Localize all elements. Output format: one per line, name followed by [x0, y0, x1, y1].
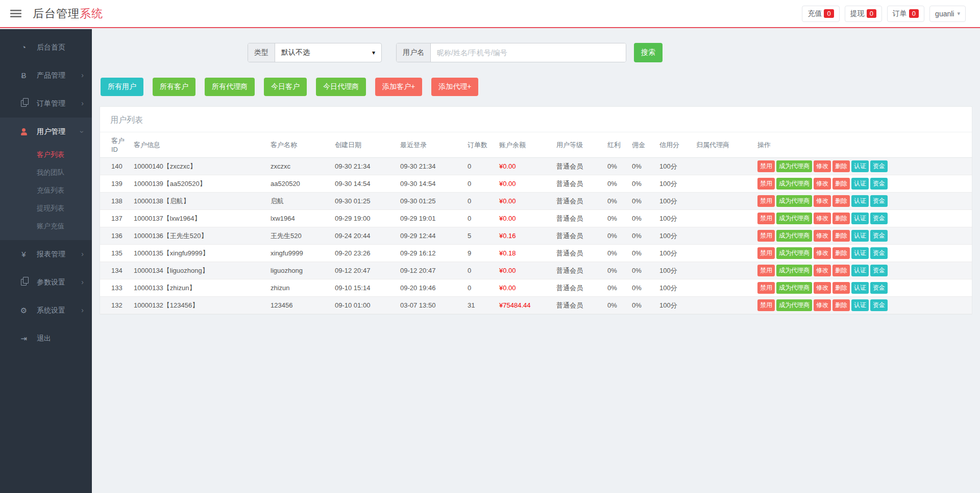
dashboard-icon: ◔	[19, 43, 28, 52]
action-funds-button[interactable]: 资金	[870, 178, 888, 190]
action-verify-button[interactable]: 认证	[851, 265, 869, 276]
action-make-agent-button[interactable]: 成为代理商	[776, 247, 812, 259]
action-delete-button[interactable]: 删除	[832, 282, 850, 294]
action-disable-button[interactable]: 禁用	[757, 265, 775, 276]
sidebar-item-reports[interactable]: ¥报表管理›	[0, 240, 92, 268]
action-make-agent-button[interactable]: 成为代理商	[776, 299, 812, 311]
cell-credit: 100分	[656, 210, 693, 227]
action-funds-button[interactable]: 资金	[870, 265, 888, 276]
filter-button-all-customers[interactable]: 所有客户	[153, 78, 195, 96]
header-withdraw-button[interactable]: 提现0	[845, 6, 882, 22]
action-disable-button[interactable]: 禁用	[757, 160, 775, 172]
header-recharge-button[interactable]: 充值0	[802, 6, 839, 22]
action-delete-button[interactable]: 删除	[832, 160, 850, 172]
action-funds-button[interactable]: 资金	[870, 282, 888, 294]
filter-button-add-agent[interactable]: 添加代理+	[431, 78, 478, 96]
filter-button-today-agents[interactable]: 今日代理商	[316, 78, 366, 96]
action-make-agent-button[interactable]: 成为代理商	[776, 230, 812, 242]
action-delete-button[interactable]: 删除	[832, 230, 850, 242]
table-row: 13210000132【123456】12345609-10 01:0003-0…	[100, 297, 972, 314]
action-delete-button[interactable]: 删除	[832, 195, 850, 207]
cell-bonus: 0%	[604, 245, 629, 262]
action-disable-button[interactable]: 禁用	[757, 213, 775, 224]
username-input[interactable]	[431, 43, 626, 62]
action-funds-button[interactable]: 资金	[870, 230, 888, 242]
action-edit-button[interactable]: 修改	[814, 265, 831, 276]
cell-id: 137	[100, 210, 131, 227]
table-row: 13910000139【aa520520】aa52052009-30 14:54…	[100, 175, 972, 193]
action-delete-button[interactable]: 删除	[832, 213, 850, 224]
action-make-agent-button[interactable]: 成为代理商	[776, 160, 812, 172]
hamburger-menu-icon[interactable]	[10, 8, 21, 19]
chevron-right-icon: ›	[81, 71, 84, 79]
files-icon-shape	[21, 279, 27, 286]
filter-button-all-users[interactable]: 所有用户	[101, 78, 143, 96]
sidebar-item-label: 系统设置	[37, 306, 65, 315]
action-make-agent-button[interactable]: 成为代理商	[776, 195, 812, 207]
sidebar-item-params[interactable]: 参数设置›	[0, 268, 92, 296]
sidebar-item-home[interactable]: ◔后台首页	[0, 33, 92, 61]
action-verify-button[interactable]: 认证	[851, 213, 869, 224]
action-verify-button[interactable]: 认证	[851, 247, 869, 259]
action-verify-button[interactable]: 认证	[851, 195, 869, 207]
action-funds-button[interactable]: 资金	[870, 247, 888, 259]
user-menu-button[interactable]: guanli ▾	[929, 6, 966, 22]
action-disable-button[interactable]: 禁用	[757, 178, 775, 190]
action-delete-button[interactable]: 删除	[832, 247, 850, 259]
action-disable-button[interactable]: 禁用	[757, 282, 775, 294]
action-edit-button[interactable]: 修改	[814, 230, 831, 242]
sidebar-subitem-my-team[interactable]: 我的团队	[0, 163, 92, 181]
action-edit-button[interactable]: 修改	[814, 282, 831, 294]
search-button[interactable]: 搜索	[634, 43, 663, 62]
action-funds-button[interactable]: 资金	[870, 160, 888, 172]
sidebar-item-users[interactable]: 用户管理›	[0, 118, 92, 146]
cell-created: 09-12 20:47	[332, 262, 397, 279]
action-verify-button[interactable]: 认证	[851, 160, 869, 172]
action-disable-button[interactable]: 禁用	[757, 247, 775, 259]
action-edit-button[interactable]: 修改	[814, 195, 831, 207]
action-delete-button[interactable]: 删除	[832, 178, 850, 190]
cell-level: 普通会员	[553, 297, 604, 314]
action-make-agent-button[interactable]: 成为代理商	[776, 178, 812, 190]
action-delete-button[interactable]: 删除	[832, 299, 850, 311]
sidebar-subitem-withdraw-list[interactable]: 提现列表	[0, 199, 92, 217]
cell-name: 启航	[267, 193, 332, 210]
action-verify-button[interactable]: 认证	[851, 282, 869, 294]
action-edit-button[interactable]: 修改	[814, 299, 831, 311]
action-make-agent-button[interactable]: 成为代理商	[776, 265, 812, 276]
column-header: 用户等级	[553, 132, 604, 158]
action-funds-button[interactable]: 资金	[870, 213, 888, 224]
header-orders-button[interactable]: 订单0	[887, 6, 924, 22]
action-disable-button[interactable]: 禁用	[757, 230, 775, 242]
sidebar-item-products[interactable]: Ƀ产品管理›	[0, 61, 92, 89]
header-orders-badge: 0	[909, 9, 919, 18]
sidebar-subitem-customer-list[interactable]: 客户列表	[0, 146, 92, 163]
action-disable-button[interactable]: 禁用	[757, 195, 775, 207]
action-edit-button[interactable]: 修改	[814, 213, 831, 224]
action-edit-button[interactable]: 修改	[814, 160, 831, 172]
sidebar-subitem-recharge-list[interactable]: 充值列表	[0, 181, 92, 199]
action-delete-button[interactable]: 删除	[832, 265, 850, 276]
cell-name: 王先生520	[267, 227, 332, 245]
type-select[interactable]: 默认不选 ▾	[275, 43, 381, 62]
cell-level: 普通会员	[553, 227, 604, 245]
action-verify-button[interactable]: 认证	[851, 178, 869, 190]
action-funds-button[interactable]: 资金	[870, 299, 888, 311]
sidebar-item-system[interactable]: ⚙系统设置›	[0, 296, 92, 324]
action-verify-button[interactable]: 认证	[851, 299, 869, 311]
sidebar-item-logout[interactable]: ⇥退出	[0, 324, 92, 353]
action-verify-button[interactable]: 认证	[851, 230, 869, 242]
filter-button-today-customers[interactable]: 今日客户	[264, 78, 307, 96]
sidebar-item-orders[interactable]: 订单管理›	[0, 89, 92, 118]
action-edit-button[interactable]: 修改	[814, 178, 831, 190]
action-make-agent-button[interactable]: 成为代理商	[776, 282, 812, 294]
filter-button-add-customer[interactable]: 添加客户+	[375, 78, 422, 96]
cell-last_login: 09-30 21:34	[397, 158, 464, 175]
sidebar-subitem-account-recharge[interactable]: 账户充值	[0, 217, 92, 235]
action-funds-button[interactable]: 资金	[870, 195, 888, 207]
user-icon-shape	[20, 128, 28, 135]
action-make-agent-button[interactable]: 成为代理商	[776, 213, 812, 224]
filter-button-all-agents[interactable]: 所有代理商	[205, 78, 255, 96]
action-disable-button[interactable]: 禁用	[757, 299, 775, 311]
action-edit-button[interactable]: 修改	[814, 247, 831, 259]
